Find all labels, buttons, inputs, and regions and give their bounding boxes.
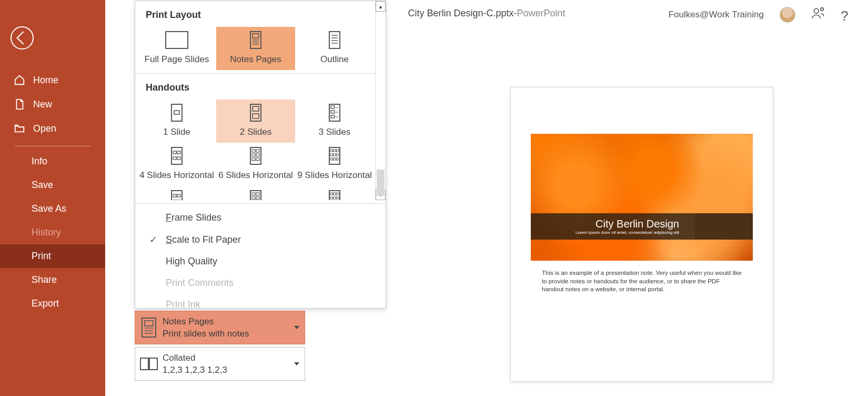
opt-notes-pages-label: Notes Pages xyxy=(230,54,281,65)
setting-layout-icon xyxy=(135,317,163,338)
main-area: City Berlin Design-C.pptx - PowerPoint F… xyxy=(105,0,868,396)
svg-rect-59 xyxy=(329,191,340,200)
sidebar-label-history: History xyxy=(32,227,61,238)
opt-outline[interactable]: Outline xyxy=(295,27,374,70)
print-settings-column: Notes Pages Print slides with notes Coll… xyxy=(135,308,305,381)
svg-rect-44 xyxy=(330,158,333,160)
svg-rect-61 xyxy=(334,193,336,195)
dropdown-options-list: Frame Slides ✓ Scale to Fit Paper High Q… xyxy=(135,204,386,319)
sidebar-item-save[interactable]: Save xyxy=(0,173,105,197)
sidebar-item-info[interactable]: Info xyxy=(0,150,105,173)
svg-rect-54 xyxy=(256,193,259,195)
svg-rect-26 xyxy=(173,151,176,154)
slide-title: City Berlin Design xyxy=(541,218,742,230)
sidebar-label-open: Open xyxy=(33,123,56,134)
slide-subtitle: Lorem ipsum dolor sit amet, consectetuer… xyxy=(541,230,742,235)
handout-3-icon xyxy=(323,104,346,122)
account-name[interactable]: Foulkes@Work Training xyxy=(669,9,764,20)
title-right-cluster: Foulkes@Work Training ? xyxy=(669,6,854,23)
opt-print-comments: Print Comments xyxy=(135,272,386,294)
handout-1-icon xyxy=(165,104,188,122)
sidebar-item-saveas[interactable]: Save As xyxy=(0,197,105,221)
handouts-row-3 xyxy=(135,186,386,200)
svg-rect-65 xyxy=(336,197,339,199)
setting-collate-title: Collated xyxy=(163,353,227,363)
slide-notes-text: This is an example of a presentation not… xyxy=(542,269,742,294)
dropdown-scrollbar[interactable]: ▲ ▼ xyxy=(375,1,386,200)
scroll-thumb[interactable] xyxy=(377,170,385,196)
opt-scale-to-fit[interactable]: ✓ Scale to Fit Paper xyxy=(135,229,386,251)
handout-4v-icon xyxy=(165,190,188,200)
opt-1-slide-label: 1 Slide xyxy=(163,127,190,137)
chevron-down-icon xyxy=(294,326,299,329)
setting-layout-dropdown[interactable]: Notes Pages Print slides with notes xyxy=(135,311,305,344)
opt-notes-pages[interactable]: Notes Pages xyxy=(216,27,295,70)
sidebar-item-export[interactable]: Export xyxy=(0,292,105,315)
open-folder-icon xyxy=(14,123,25,134)
svg-rect-45 xyxy=(334,158,336,160)
sidebar-item-print[interactable]: Print xyxy=(0,244,105,268)
sidebar-label-info: Info xyxy=(32,156,47,167)
opt-4h-label: 4 Slides Horizontal xyxy=(139,170,214,181)
svg-rect-21 xyxy=(331,111,335,113)
svg-rect-40 xyxy=(336,150,339,152)
scroll-up-button[interactable]: ▲ xyxy=(376,1,386,12)
notes-pages-icon xyxy=(244,31,267,49)
document-title: City Berlin Design-C.pptx xyxy=(408,8,513,19)
sidebar-label-print: Print xyxy=(32,251,51,262)
help-icon[interactable]: ? xyxy=(841,8,854,22)
svg-point-1 xyxy=(821,8,823,11)
svg-rect-70 xyxy=(145,321,153,326)
opt-9-slides-horizontal[interactable]: 9 Slides Horizontal xyxy=(295,143,374,186)
section-print-layout: Print Layout xyxy=(135,1,386,27)
sidebar-item-home[interactable]: Home xyxy=(0,68,105,92)
svg-rect-31 xyxy=(252,150,255,152)
svg-rect-49 xyxy=(177,194,180,197)
sidebar-label-share: Share xyxy=(32,274,57,285)
svg-rect-55 xyxy=(252,197,255,200)
avatar-icon[interactable] xyxy=(780,7,795,23)
share-icon[interactable] xyxy=(811,6,825,23)
scroll-track[interactable] xyxy=(376,12,386,190)
section-handouts: Handouts xyxy=(135,74,386,100)
opt-1-slide[interactable]: 1 Slide xyxy=(137,100,216,143)
svg-rect-62 xyxy=(336,193,339,195)
handouts-row-1: 1 Slide 2 Slides 3 Slides xyxy=(135,100,386,143)
setting-collate-sub: 1,2,3 1,2,3 1,2,3 xyxy=(163,365,227,375)
back-button[interactable] xyxy=(11,26,34,49)
svg-rect-64 xyxy=(334,197,336,199)
setting-layout-title: Notes Pages xyxy=(163,316,249,327)
opt-high-quality[interactable]: High Quality xyxy=(135,251,386,272)
print-preview-page: City Berlin Design Lorem ipsum dolor sit… xyxy=(510,87,773,382)
opt-full-page-slides[interactable]: Full Page Slides xyxy=(137,27,216,70)
svg-rect-42 xyxy=(334,154,336,156)
svg-rect-43 xyxy=(336,154,339,156)
sidebar-label-export: Export xyxy=(32,298,59,309)
opt-hq-label: High Quality xyxy=(166,256,217,267)
handout-6h-icon xyxy=(244,147,267,165)
opt-2-slides-label: 2 Slides xyxy=(240,127,271,137)
opt-4-slides-horizontal[interactable]: 4 Slides Horizontal xyxy=(137,143,216,186)
opt-9-slides-vertical[interactable] xyxy=(295,186,374,200)
sidebar-item-open[interactable]: Open xyxy=(0,116,105,141)
setting-collate-dropdown[interactable]: Collated 1,2,3 1,2,3 1,2,3 xyxy=(135,347,305,381)
sidebar-item-new[interactable]: New xyxy=(0,92,105,116)
opt-6-slides-horizontal[interactable]: 6 Slides Horizontal xyxy=(216,143,295,186)
slide-background-image xyxy=(531,134,753,261)
full-page-icon xyxy=(165,31,188,49)
opt-6-slides-vertical[interactable] xyxy=(216,186,295,200)
opt-3-slides[interactable]: 3 Slides xyxy=(295,100,374,143)
chevron-down-icon-2 xyxy=(294,362,299,365)
opt-frame-slides[interactable]: Frame Slides xyxy=(135,207,386,229)
opt-2-slides[interactable]: 2 Slides xyxy=(216,100,295,143)
svg-rect-41 xyxy=(330,154,333,156)
handout-9v-icon xyxy=(323,190,346,200)
svg-rect-60 xyxy=(330,193,333,195)
sidebar-item-share[interactable]: Share xyxy=(0,268,105,292)
opt-4-slides-vertical[interactable] xyxy=(137,186,216,200)
svg-rect-53 xyxy=(252,193,255,195)
dropdown-scroll-area: Print Layout Full Page Slides Notes Page… xyxy=(135,1,386,200)
outline-icon xyxy=(323,31,346,49)
setting-layout-text: Notes Pages Print slides with notes xyxy=(163,316,249,339)
svg-rect-36 xyxy=(256,158,259,161)
